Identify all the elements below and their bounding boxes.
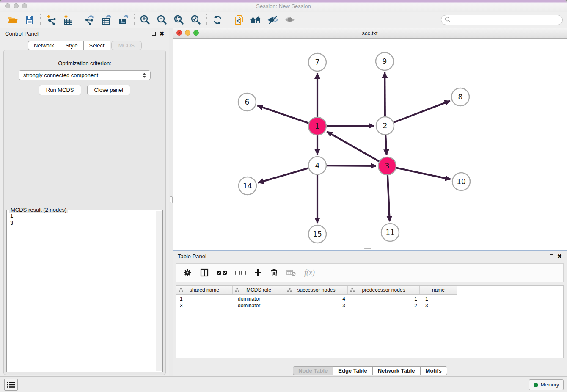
mcds-tab-content: Optimization criterion: strongly connect… (3, 50, 166, 375)
zoom-in-icon[interactable] (137, 13, 154, 27)
svg-text:14: 14 (243, 182, 252, 190)
zoom-selected-icon[interactable] (187, 13, 204, 27)
memory-button[interactable]: Memory (529, 379, 564, 390)
tab-select[interactable]: Select (83, 41, 110, 50)
gear-icon[interactable] (183, 268, 192, 277)
node-table[interactable]: shared nameMCDS rolesuccessor nodesprede… (176, 285, 564, 358)
network-window-titlebar[interactable]: × − + scc.txt (173, 28, 567, 39)
tab-edge-table[interactable]: Edge Table (333, 366, 372, 375)
save-session-icon[interactable] (21, 13, 38, 27)
edge-2-8[interactable] (394, 101, 450, 122)
svg-text:11: 11 (385, 228, 395, 237)
search-input[interactable] (453, 17, 559, 23)
edge-1-6[interactable] (258, 105, 309, 123)
hide-details-icon[interactable] (264, 13, 281, 27)
tab-network[interactable]: Network (28, 41, 60, 50)
network-window-controls: × − + (176, 30, 199, 36)
mcds-result-text: 1 3 (10, 212, 159, 226)
splitter-handle-icon[interactable] (170, 196, 173, 203)
tab-mcds[interactable]: MCDS (111, 41, 142, 50)
maximize-network-icon[interactable]: + (193, 30, 199, 36)
tab-node-table[interactable]: Node Table (293, 366, 333, 375)
column-header-successor-nodes[interactable]: successor nodes (285, 286, 348, 294)
column-header-predecessor-nodes[interactable]: predecessor nodes (348, 286, 420, 294)
table-row[interactable]: 3dominator323 (176, 302, 563, 309)
tab-motifs[interactable]: Motifs (420, 366, 447, 375)
graph-node-7[interactable]: 7 (308, 53, 326, 71)
criterion-value: strongly connected component (23, 72, 98, 78)
graph-node-10[interactable]: 10 (452, 173, 470, 190)
export-network-icon[interactable] (81, 13, 98, 27)
graph-node-6[interactable]: 6 (238, 93, 256, 111)
import-table-icon[interactable] (60, 13, 77, 27)
run-mcds-button[interactable]: Run MCDS (39, 85, 81, 95)
tab-network-table[interactable]: Network Table (372, 366, 421, 375)
column-header-shared-name[interactable]: shared name (176, 286, 233, 294)
edge-4-3[interactable] (327, 166, 376, 166)
toolbar-separator (40, 14, 41, 25)
add-column-icon[interactable] (254, 269, 262, 276)
column-header-name[interactable]: name (420, 286, 457, 294)
network-canvas[interactable]: 7968124314101511 (173, 38, 567, 250)
import-network-icon[interactable] (43, 13, 60, 27)
open-file-icon[interactable] (4, 13, 21, 27)
edge-2-9[interactable] (385, 72, 385, 116)
svg-text:8: 8 (458, 93, 463, 101)
close-panel-icon[interactable]: ✖ (160, 31, 164, 36)
network-view-window: × − + scc.txt 7968124314101511 (173, 28, 567, 251)
delete-table-disabled-icon (286, 269, 296, 276)
criterion-dropdown[interactable]: strongly connected component (19, 70, 151, 80)
search-box[interactable] (441, 15, 563, 25)
edge-3-1[interactable] (327, 132, 379, 161)
graph-node-15[interactable]: 15 (308, 225, 326, 243)
first-neighbors-icon[interactable] (248, 13, 264, 27)
split-columns-icon[interactable] (200, 268, 209, 277)
mcds-result-title: MCDS result (2 nodes) (9, 207, 68, 213)
edge-3-11[interactable] (388, 175, 390, 221)
status-bar: Memory (0, 376, 567, 392)
refresh-icon[interactable] (209, 13, 226, 27)
export-table-icon[interactable] (98, 13, 115, 27)
table-header[interactable]: shared nameMCDS rolesuccessor nodesprede… (176, 286, 457, 295)
zoom-out-icon[interactable] (154, 13, 171, 27)
task-history-button[interactable] (4, 379, 18, 391)
svg-text:3: 3 (385, 162, 390, 170)
float-panel-icon[interactable] (152, 32, 156, 36)
graph-node-3[interactable]: 3 (378, 157, 396, 175)
graph-node-1[interactable]: 1 (308, 117, 326, 135)
close-panel-button[interactable]: Close panel (87, 85, 131, 95)
zoom-fit-icon[interactable] (171, 13, 187, 27)
float-table-panel-icon[interactable] (550, 254, 553, 258)
select-all-checkboxes-icon[interactable] (217, 271, 227, 275)
panel-splitter[interactable] (169, 28, 173, 377)
graph-node-8[interactable]: 8 (451, 88, 469, 106)
edge-2-3[interactable] (385, 135, 386, 155)
close-table-panel-icon[interactable]: ✖ (557, 254, 562, 259)
deselect-all-checkboxes-icon[interactable] (235, 271, 246, 275)
delete-column-icon[interactable] (270, 268, 278, 277)
show-details-disabled-icon (281, 13, 298, 27)
graph-node-4[interactable]: 4 (308, 157, 326, 174)
network-scrollbar-thumb[interactable] (364, 248, 371, 249)
export-image-icon[interactable] (115, 13, 132, 27)
graph-node-11[interactable]: 11 (381, 224, 399, 241)
column-header-MCDS-role[interactable]: MCDS role (233, 286, 285, 294)
svg-text:9: 9 (383, 57, 387, 66)
tab-style[interactable]: Style (60, 41, 84, 50)
edge-1-2[interactable] (327, 126, 374, 126)
edge-3-10[interactable] (396, 168, 451, 179)
clone-network-icon[interactable] (231, 13, 248, 27)
table-body[interactable]: 1dominator4113dominator323 (176, 295, 563, 309)
result-scrollbar[interactable] (156, 211, 162, 371)
graph-node-2[interactable]: 2 (376, 117, 394, 135)
minimize-network-icon[interactable]: − (185, 30, 190, 36)
toolbar-separator (206, 14, 207, 25)
edge-4-14[interactable] (258, 168, 308, 183)
graph-node-9[interactable]: 9 (376, 52, 394, 70)
close-network-icon[interactable]: × (176, 30, 182, 36)
graph-node-14[interactable]: 14 (239, 177, 256, 195)
table-row[interactable]: 1dominator411 (176, 295, 563, 302)
control-panel-title: Control Panel (5, 30, 39, 37)
mcds-result-box: MCDS result (2 nodes) 1 3 (6, 210, 163, 372)
svg-text:7: 7 (315, 58, 320, 66)
